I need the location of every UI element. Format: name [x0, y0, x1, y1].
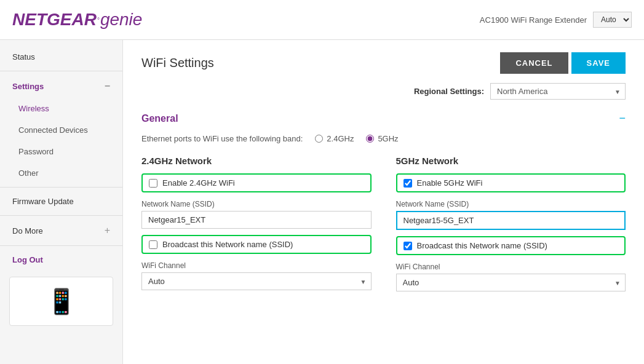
ssid-2-4-input[interactable] — [141, 211, 372, 229]
sidebar: Status Settings − Wireless Connected Dev… — [0, 40, 123, 364]
regional-label: Regional Settings: — [414, 87, 484, 96]
logo-netgear: NETGEAR — [12, 10, 97, 30]
enable-5-label: Enable 5GHz WiFi — [417, 178, 483, 188]
band-2-4-radio[interactable] — [315, 135, 323, 143]
enable-2-4-label: Enable 2.4GHz WiFi — [162, 178, 235, 188]
header-dropdown[interactable]: Auto — [593, 12, 632, 28]
sidebar-item-connected-devices[interactable]: Connected Devices — [0, 119, 122, 141]
sidebar-divider-1 — [0, 71, 122, 71]
main-layout: Status Settings − Wireless Connected Dev… — [0, 40, 644, 364]
networks-grid: 2.4GHz Network Enable 2.4GHz WiFi Networ… — [141, 156, 626, 298]
sidebar-item-status[interactable]: Status — [0, 46, 122, 68]
band-5-label: 5GHz — [378, 134, 398, 143]
sidebar-settings-label: Settings — [12, 82, 44, 91]
sidebar-minus-icon: − — [105, 81, 110, 92]
general-collapse-icon[interactable]: − — [619, 112, 626, 125]
sidebar-wireless-label: Wireless — [18, 104, 49, 113]
network-5-title: 5GHz Network — [396, 156, 626, 166]
network-2-4-section: 2.4GHz Network Enable 2.4GHz WiFi Networ… — [141, 156, 372, 298]
sidebar-divider-4 — [0, 245, 122, 246]
sidebar-item-other[interactable]: Other — [0, 162, 122, 184]
band-2-4-label: 2.4GHz — [327, 134, 354, 143]
broadcast-2-4-label: Broadcast this Network name (SSID) — [162, 240, 293, 249]
sidebar-item-logout[interactable]: Log Out — [0, 249, 122, 271]
content-area: WiFi Settings CANCEL SAVE Regional Setti… — [123, 40, 644, 364]
broadcast-2-4-row[interactable]: Broadcast this Network name (SSID) — [141, 235, 372, 254]
cancel-button[interactable]: CANCEL — [500, 52, 568, 74]
device-name: AC1900 WiFi Range Extender — [480, 15, 587, 25]
header-right: AC1900 WiFi Range Extender Auto — [480, 12, 632, 28]
channel-2-4-label: WiFi Channel — [141, 261, 372, 270]
logo-area: NETGEAR° genie — [12, 10, 142, 30]
ssid-2-4-label: Network Name (SSID) — [141, 200, 372, 208]
enable-5-checkbox[interactable] — [403, 179, 412, 188]
broadcast-5-row[interactable]: Broadcast this Network name (SSID) — [396, 236, 626, 255]
button-group: CANCEL SAVE — [500, 52, 626, 74]
page-header: WiFi Settings CANCEL SAVE — [141, 52, 626, 74]
sidebar-item-do-more[interactable]: Do More + — [0, 219, 122, 242]
regional-select-wrapper: North America Europe Asia Australia — [490, 83, 626, 100]
logo-dot: ° — [97, 17, 100, 23]
sidebar-logout-label: Log Out — [12, 255, 43, 264]
sidebar-divider-3 — [0, 215, 122, 216]
enable-2-4-checkbox[interactable] — [149, 179, 157, 188]
header: NETGEAR° genie AC1900 WiFi Range Extende… — [0, 0, 644, 40]
band-selection-row: Ethernet ports to WiFi use the following… — [141, 134, 626, 143]
band-5-radio[interactable] — [366, 135, 374, 143]
sidebar-item-firmware[interactable]: Firmware Update — [0, 191, 122, 212]
channel-5-label: WiFi Channel — [396, 263, 626, 271]
enable-5-row[interactable]: Enable 5GHz WiFi — [396, 173, 626, 192]
sidebar-plus-icon: + — [105, 225, 110, 236]
phone-icon: 📱 — [46, 287, 77, 316]
enable-2-4-row[interactable]: Enable 2.4GHz WiFi — [141, 173, 372, 192]
sidebar-firmware-label: Firmware Update — [12, 197, 74, 206]
regional-select[interactable]: North America Europe Asia Australia — [490, 83, 626, 100]
broadcast-2-4-checkbox[interactable] — [149, 240, 157, 249]
logo-genie: genie — [100, 10, 143, 30]
sidebar-divider-2 — [0, 187, 122, 188]
save-button[interactable]: SAVE — [571, 52, 626, 74]
sidebar-item-password[interactable]: Password — [0, 141, 122, 162]
channel-5-wrapper: Auto 36404448 — [396, 274, 626, 291]
page-title: WiFi Settings — [141, 56, 214, 70]
sidebar-status-label: Status — [12, 52, 35, 61]
ssid-5-input[interactable] — [396, 211, 626, 230]
sidebar-image-box: 📱 — [9, 277, 113, 326]
band-label: Ethernet ports to WiFi use the following… — [141, 134, 303, 143]
network-2-4-title: 2.4GHz Network — [141, 156, 372, 166]
ssid-5-label: Network Name (SSID) — [396, 200, 626, 208]
sidebar-item-wireless[interactable]: Wireless — [0, 98, 122, 119]
broadcast-5-label: Broadcast this Network name (SSID) — [417, 241, 547, 250]
channel-5-select[interactable]: Auto 36404448 — [396, 274, 626, 291]
network-5-section: 5GHz Network Enable 5GHz WiFi Network Na… — [396, 156, 626, 298]
regional-settings-row: Regional Settings: North America Europe … — [141, 83, 626, 100]
band-2-4-option[interactable]: 2.4GHz — [315, 134, 354, 143]
channel-2-4-wrapper: Auto 1611 — [141, 272, 372, 290]
broadcast-5-checkbox[interactable] — [403, 242, 412, 250]
sidebar-password-label: Password — [18, 147, 54, 156]
sidebar-connected-label: Connected Devices — [18, 125, 88, 135]
general-section-title: General — [141, 113, 178, 124]
sidebar-other-label: Other — [18, 168, 39, 178]
sidebar-do-more-label: Do More — [12, 226, 43, 235]
sidebar-item-settings[interactable]: Settings − — [0, 74, 122, 98]
band-5-option[interactable]: 5GHz — [366, 134, 398, 143]
general-section-header: General − — [141, 112, 626, 125]
channel-2-4-select[interactable]: Auto 1611 — [141, 272, 372, 290]
